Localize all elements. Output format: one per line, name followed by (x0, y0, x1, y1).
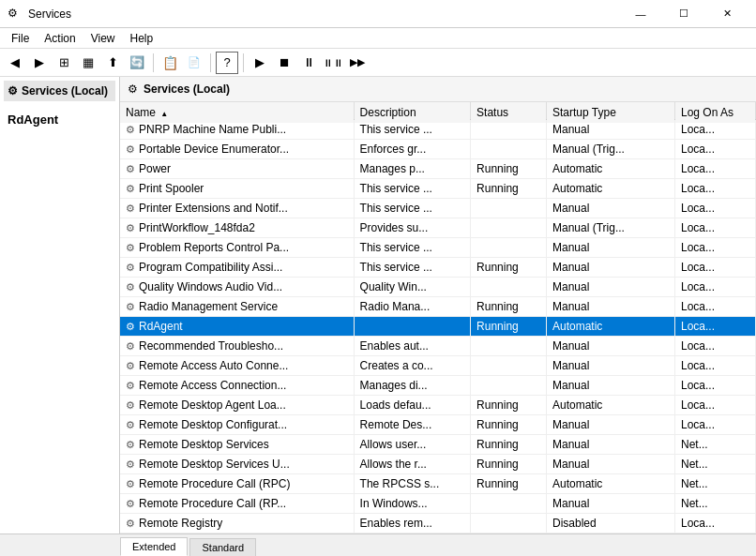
show-hide-button[interactable]: ⊞ (53, 52, 75, 74)
service-status: Running (471, 297, 547, 317)
back-button[interactable]: ◀ (4, 52, 26, 74)
col-logon[interactable]: Log On As (674, 102, 755, 124)
table-row[interactable]: ⚙Remote Desktop Agent Loa...Loads defau.… (120, 396, 756, 415)
service-description: In Windows... (354, 494, 471, 514)
service-name: ⚙Remote Access Auto Conne... (120, 356, 354, 376)
table-row[interactable]: ⚙Remote Desktop Services U...Allows the … (120, 455, 756, 474)
service-startup-type: Disabled (547, 514, 675, 533)
minimize-button[interactable]: — (619, 0, 662, 28)
help-button[interactable]: ? (216, 52, 238, 74)
service-startup-type: Manual (547, 356, 675, 376)
properties-button[interactable]: 📋 (159, 52, 181, 74)
service-description: Remote Des... (354, 415, 471, 435)
start-service-button[interactable]: ▶ (249, 52, 271, 74)
service-name: ⚙Problem Reports Control Pa... (120, 238, 354, 258)
service-name: ⚙Printer Extensions and Notif... (120, 199, 354, 218)
service-name: ⚙RdAgent (120, 317, 354, 337)
table-row[interactable]: ⚙Portable Device Enumerator...Enforces g… (120, 140, 756, 159)
table-row[interactable]: ⚙RdAgentRunningAutomaticLoca... (120, 317, 756, 337)
service-startup-type: Manual (547, 415, 675, 435)
service-description (354, 317, 471, 337)
forward-button[interactable]: ▶ (28, 52, 51, 74)
table-row[interactable]: ⚙Problem Reports Control Pa...This servi… (120, 238, 756, 258)
separator-1 (153, 53, 154, 72)
service-icon: ⚙ (126, 439, 135, 450)
table-container[interactable]: Name ▲ Description Status Startup Type L… (120, 102, 756, 533)
table-row[interactable]: ⚙PowerManages p...RunningAutomaticLoca..… (120, 159, 756, 179)
table-row[interactable]: ⚙Radio Management ServiceRadio Mana...Ru… (120, 297, 756, 317)
stop-service-button[interactable]: ⏹ (273, 52, 295, 74)
close-button[interactable]: ✕ (705, 0, 748, 28)
pause-service-button[interactable]: ⏸ (297, 52, 320, 74)
title-bar: ⚙ Services — ☐ ✕ (0, 0, 756, 28)
service-description: Enables rem... (354, 514, 471, 533)
table-row[interactable]: ⚙Program Compatibility Assi...This servi… (120, 258, 756, 278)
sort-arrow-name: ▲ (160, 110, 168, 118)
service-name: ⚙Quality Windows Audio Vid... (120, 278, 354, 297)
tab-standard[interactable]: Standard (189, 538, 256, 556)
service-status (471, 494, 547, 514)
service-icon: ⚙ (126, 419, 135, 430)
table-row[interactable]: ⚙PrintWorkflow_148fda2Provides su...Manu… (120, 218, 756, 238)
table-row[interactable]: ⚙Remote Access Auto Conne...Creates a co… (120, 356, 756, 376)
menu-view[interactable]: View (83, 28, 123, 48)
services-table: Name ▲ Description Status Startup Type L… (120, 102, 756, 533)
col-startup-type[interactable]: Startup Type (547, 102, 675, 124)
table-row[interactable]: ⚙Print SpoolerThis service ...RunningAut… (120, 179, 756, 199)
title-bar-controls: — ☐ ✕ (619, 0, 748, 28)
resume-service-button[interactable]: ▶▶ (346, 52, 369, 74)
service-status: Running (471, 435, 547, 455)
service-description: This service ... (354, 258, 471, 278)
service-startup-type: Manual (547, 199, 675, 218)
service-description: Loads defau... (354, 396, 471, 415)
content-header: ⚙ Services (Local) (120, 77, 756, 102)
refresh-button[interactable]: 🔄 (126, 52, 148, 74)
table-row[interactable]: ⚙Remote Procedure Call (RP...In Windows.… (120, 494, 756, 514)
service-logon: Loca... (674, 258, 755, 278)
service-startup-type: Automatic (547, 159, 675, 179)
table-row[interactable]: ⚙Quality Windows Audio Vid...Quality Win… (120, 278, 756, 297)
menu-file[interactable]: File (4, 28, 37, 48)
service-status: Running (471, 396, 547, 415)
menu-action[interactable]: Action (37, 28, 83, 48)
service-name: ⚙Remote Desktop Configurat... (120, 415, 354, 435)
service-logon: Loca... (674, 218, 755, 238)
col-description[interactable]: Description (354, 102, 471, 124)
service-name: ⚙Remote Desktop Agent Loa... (120, 396, 354, 415)
restart-service-button[interactable]: ⏸⏸ (322, 52, 344, 74)
service-logon: Loca... (674, 159, 755, 179)
service-icon: ⚙ (126, 498, 135, 509)
service-description: This service ... (354, 179, 471, 199)
service-description: Radio Mana... (354, 297, 471, 317)
service-status (471, 278, 547, 297)
service-name: ⚙Remote Registry (120, 514, 354, 533)
table-row[interactable]: ⚙Remote Desktop ServicesAllows user...Ru… (120, 435, 756, 455)
service-icon: ⚙ (126, 478, 135, 489)
service-status (471, 376, 547, 396)
col-name[interactable]: Name ▲ (120, 102, 354, 124)
service-description: Quality Win... (354, 278, 471, 297)
col-status[interactable]: Status (471, 102, 547, 124)
view-list-button[interactable]: ▦ (77, 52, 99, 74)
service-startup-type: Manual (547, 238, 675, 258)
sidebar-content: RdAgent (4, 109, 115, 138)
table-row[interactable]: ⚙Printer Extensions and Notif...This ser… (120, 199, 756, 218)
separator-3 (243, 53, 244, 72)
maximize-button[interactable]: ☐ (662, 0, 705, 28)
menu-help[interactable]: Help (123, 28, 161, 48)
service-name: ⚙Program Compatibility Assi... (120, 258, 354, 278)
table-row[interactable]: ⚙Remote Procedure Call (RPC)The RPCSS s.… (120, 474, 756, 494)
service-status (471, 199, 547, 218)
table-row[interactable]: ⚙Remote Access Connection...Manages di..… (120, 376, 756, 396)
service-logon: Loca... (674, 297, 755, 317)
table-row[interactable]: ⚙Remote RegistryEnables rem...DisabledLo… (120, 514, 756, 533)
service-description: This service ... (354, 238, 471, 258)
service-description: Provides su... (354, 218, 471, 238)
up-button[interactable]: ⬆ (101, 52, 124, 74)
service-logon: Loca... (674, 514, 755, 533)
table-row[interactable]: ⚙Remote Desktop Configurat...Remote Des.… (120, 415, 756, 435)
tab-extended[interactable]: Extended (120, 537, 188, 556)
table-row[interactable]: ⚙Recommended Troublesho...Enables aut...… (120, 337, 756, 356)
export-button[interactable]: 📄 (183, 52, 205, 74)
service-icon: ⚙ (126, 301, 135, 312)
